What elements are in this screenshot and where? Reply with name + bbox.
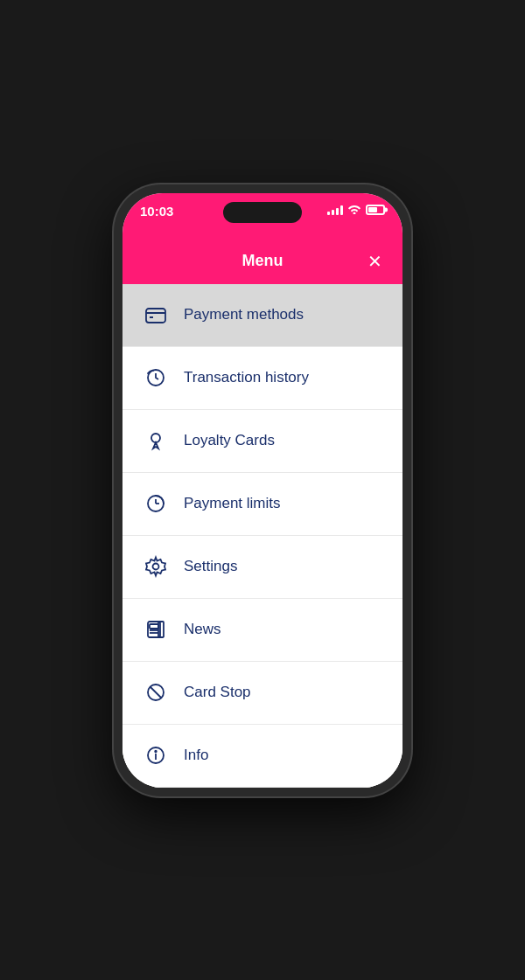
- menu-item-news[interactable]: News: [122, 599, 402, 662]
- menu-item-label: Payment limits: [184, 495, 281, 512]
- menu-item-loyalty-cards[interactable]: Loyalty Cards: [122, 410, 402, 473]
- info-icon: [144, 743, 168, 768]
- card-icon: [144, 302, 168, 327]
- menu-item-payment-methods[interactable]: Payment methods: [122, 284, 402, 347]
- svg-rect-0: [146, 309, 165, 323]
- header-title: Menu: [242, 252, 284, 270]
- status-bar: 10:03: [122, 193, 402, 239]
- menu-item-label: Settings: [184, 558, 237, 575]
- signal-icon: [327, 205, 343, 215]
- close-button[interactable]: ✕: [362, 249, 387, 274]
- phone-screen: 10:03 Menu: [122, 193, 402, 788]
- loyalty-icon: [144, 428, 168, 453]
- history-icon: [144, 365, 168, 390]
- svg-point-18: [155, 751, 157, 753]
- status-time: 10:03: [140, 204, 173, 219]
- menu-item-label: Card Stop: [184, 684, 251, 701]
- menu-item-info[interactable]: Info: [122, 725, 402, 788]
- menu-item-label: Payment methods: [184, 306, 304, 323]
- news-icon: [144, 617, 168, 642]
- svg-line-15: [150, 687, 162, 699]
- svg-rect-10: [150, 624, 158, 629]
- menu-list: Payment methods Transaction history: [122, 284, 402, 788]
- battery-icon: [366, 205, 385, 215]
- menu-item-payment-limits[interactable]: Payment limits: [122, 473, 402, 536]
- app-header: Menu ✕: [122, 239, 402, 284]
- svg-point-8: [153, 564, 159, 570]
- menu-item-label: Info: [184, 747, 208, 764]
- menu-item-label: News: [184, 621, 221, 638]
- settings-icon: [144, 554, 168, 579]
- menu-item-transaction-history[interactable]: Transaction history: [122, 347, 402, 410]
- wifi-icon: [347, 204, 361, 217]
- menu-item-label: Loyalty Cards: [184, 432, 275, 449]
- status-icons: [327, 204, 385, 217]
- menu-item-label: Transaction history: [184, 369, 309, 386]
- stop-icon: [144, 680, 168, 705]
- menu-item-settings[interactable]: Settings: [122, 536, 402, 599]
- dynamic-island: [223, 202, 302, 223]
- menu-item-card-stop[interactable]: Card Stop: [122, 662, 402, 725]
- limits-icon: [144, 491, 168, 516]
- svg-rect-13: [158, 622, 164, 637]
- phone-frame: 10:03 Menu: [114, 184, 411, 796]
